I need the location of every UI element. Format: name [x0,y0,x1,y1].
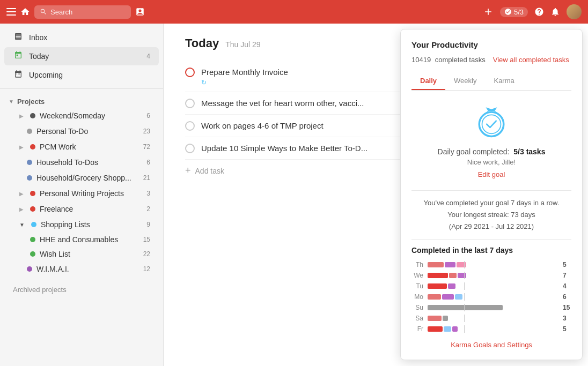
edit-goal-link[interactable]: Edit goal [411,170,571,178]
sidebar: Inbox Today 4 Upcoming ▼ Projects [0,24,164,366]
project-name: Personal Writing Projects [40,189,142,198]
main-layout: Inbox Today 4 Upcoming ▼ Projects [0,24,588,366]
productivity-icon[interactable] [135,7,145,17]
bar-row-fr: Fr 5 [411,325,571,333]
sidebar-item-upcoming[interactable]: Upcoming [4,66,159,84]
bar-chart: Th 5 We [411,261,571,333]
project-dot [30,237,35,242]
completed-section-title: Completed in the last 7 days [411,246,571,255]
productivity-title: Your Productivity [411,40,478,49]
projects-label: Projects [17,98,45,106]
topnav: Search 5/3 [0,0,588,24]
search-label: Search [50,8,72,16]
task-content: Prepare Monthly Invoice ↻ [201,66,288,86]
svg-rect-2 [6,14,16,16]
task-checkbox[interactable] [185,121,195,131]
today-icon [13,51,24,62]
bar-segment [445,262,455,267]
project-freelance[interactable]: ▶ Freelance 2 [4,201,159,216]
karma-score: 5/3 [514,8,524,16]
bar-segment [442,294,454,300]
tab-daily[interactable]: Daily [411,72,445,90]
project-count: 3 [146,190,150,197]
bar-segment [428,294,441,300]
project-wimai[interactable]: W.I.M.A.I. 12 [4,262,159,277]
project-pcm-work[interactable]: ▶ PCM Work 72 [4,139,159,154]
bar-segment [449,273,457,278]
search-bar[interactable]: Search [34,5,131,19]
bar-row-we: We 7 [411,272,571,279]
project-household-grocery[interactable]: Household/Grocery Shopp... 21 [4,170,159,185]
projects-header[interactable]: ▼ Projects [0,93,163,108]
project-dot [27,160,32,165]
inbox-label: Inbox [29,33,150,42]
project-dot [31,222,36,227]
project-name: Household/Grocery Shopp... [36,174,139,182]
karma-badge[interactable]: 5/3 [500,7,528,17]
view-all-link[interactable]: View all completed tasks [493,56,569,64]
ref-line [464,282,465,290]
project-dot [30,206,35,212]
project-count: 12 [143,265,150,273]
nice-work-text: Nice work, Jille! [411,158,571,166]
sidebar-item-today[interactable]: Today 4 [4,47,159,65]
bar-row-mo: Mo 6 [411,293,571,301]
bar-row-sa: Sa 3 [411,315,571,322]
project-count: 23 [143,128,150,135]
chevron-right: ▶ [19,206,24,212]
bar-row-th: Th 5 [411,261,571,268]
projects-chevron: ▼ [9,99,14,104]
bar-segment [457,262,466,267]
karma-settings-link[interactable]: Karma Goals and Settings [411,340,571,349]
subproject-hhe[interactable]: HHE and Consumables 15 [4,233,159,247]
bar-segment [428,283,447,289]
project-name: Household To-Dos [36,158,142,167]
project-dot [30,113,35,118]
project-dot [30,191,35,196]
divider [411,190,571,191]
task-checkbox[interactable] [185,68,195,77]
goal-text: Daily goal completed: 5/3 tasks [411,147,571,156]
bar-segment [448,283,455,289]
subproject-name: HHE and Consumables [40,235,139,244]
add-task-label: Add task [195,167,224,175]
home-icon[interactable] [20,7,30,17]
project-weekend[interactable]: ▶ Weekend/Someday 6 [4,108,159,123]
project-count: 21 [143,174,150,182]
subproject-count: 22 [143,250,150,258]
project-household-todos[interactable]: Household To-Dos 6 [4,155,159,170]
task-checkbox[interactable] [185,99,195,108]
bar-segment [428,305,503,310]
menu-icon[interactable] [6,8,16,16]
project-name: Shopping Lists [41,220,142,229]
project-personal-writing[interactable]: ▶ Personal Writing Projects 3 [4,186,159,201]
bar-segment [428,316,442,321]
project-count: 2 [146,205,150,213]
task-text: Update 10 Simple Ways to Make Better To-… [201,143,367,154]
project-shopping-lists[interactable]: ▼ Shopping Lists 9 [4,217,159,232]
productivity-panel: Your Productivity 10419 completed tasks … [400,29,583,360]
subproject-wishlist[interactable]: Wish List 22 [4,247,159,261]
avatar[interactable] [567,4,582,19]
divider2 [411,239,571,240]
bar-segment [458,273,466,278]
svg-point-4 [482,115,501,133]
page-title: Today [185,36,219,50]
archived-projects-link[interactable]: Archived projects [0,281,163,298]
task-text: Work on pages 4-6 of TMP project [201,120,324,131]
help-icon[interactable] [534,7,544,17]
tab-weekly[interactable]: Weekly [445,72,485,90]
tab-karma[interactable]: Karma [485,72,523,90]
add-icon[interactable] [483,6,494,17]
sidebar-item-inbox[interactable]: Inbox [4,28,159,47]
project-count: 6 [146,159,150,166]
bar-segment [428,326,443,332]
chevron-right: ▶ [19,144,24,150]
task-checkbox[interactable] [185,144,195,153]
project-name: Freelance [40,205,142,213]
bell-icon[interactable] [550,7,560,17]
bar-segment [443,316,448,321]
project-personal-todo[interactable]: Personal To-Do 23 [4,124,159,139]
bar-segment [444,326,451,332]
upcoming-icon [13,70,24,80]
